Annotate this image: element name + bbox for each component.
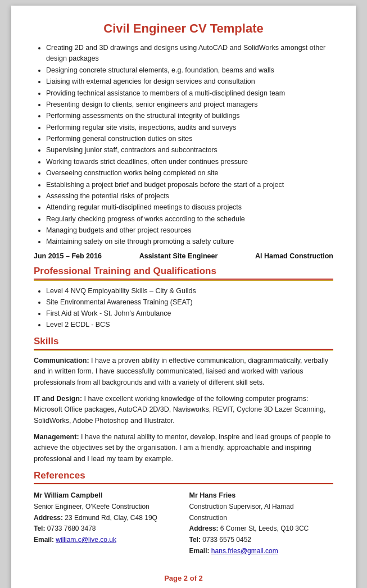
training-bullet: Level 2 ECDL - BCS [46, 319, 333, 330]
experience-bullet: Overseeing construction works being comp… [46, 168, 333, 179]
page-number: Page 2 of 2 [34, 574, 333, 582]
ref1-email-label: Email: [34, 536, 56, 544]
skills-section-header: Skills [34, 336, 333, 347]
experience-bullet: Performing general construction duties o… [46, 134, 333, 144]
skills-divider-bottom [34, 350, 333, 351]
experience-bullet: Performing assessments on the structural… [46, 111, 333, 121]
ref2-address-value: 6 Corner St, Leeds, Q10 3CC [220, 525, 309, 532]
reference-2: Mr Hans Fries Construction Supervisor, A… [189, 490, 334, 557]
reference-1: Mr William Campbell Senior Engineer, O'K… [34, 490, 178, 557]
experience-bullet: Supervising junior staff, contractors an… [46, 145, 333, 156]
skill-paragraph-0: Communication: I have a proven ability i… [34, 355, 333, 388]
page-title: Civil Engineer CV Template [34, 21, 333, 36]
skill-label-1: IT and Design: [34, 395, 82, 403]
training-section-header: Professional Training and Qualifications [34, 266, 333, 277]
skills-section: Communication: I have a proven ability i… [34, 355, 333, 464]
skill-label-0: Communication: [34, 357, 89, 364]
experience-bullet: Establishing a project brief and budget … [46, 180, 333, 190]
training-bullet: Site Environmental Awareness Training (S… [46, 297, 333, 308]
experience-bullet: Working towards strict deadlines, often … [46, 157, 333, 167]
ref2-name: Mr Hans Fries [189, 490, 334, 502]
references-divider-top [34, 483, 333, 484]
skills-divider-top [34, 349, 333, 350]
experience-bullet: Regularly checking progress of works acc… [46, 214, 333, 225]
ref1-address: Address: 23 Edmund Rd, Clay, C48 19Q [34, 513, 178, 524]
references-divider-bottom [34, 485, 333, 485]
skill-label-2: Management: [34, 433, 79, 441]
ref2-tel-label: Tel: [189, 536, 203, 544]
ref1-email-link[interactable]: william.c@live.co.uk [56, 536, 116, 544]
experience-bullet: Presenting design to clients, senior eng… [46, 99, 333, 110]
skill-paragraph-1: IT and Design: I have excellent working … [34, 394, 333, 426]
ref2-email: Email: hans.fries@gmail.com [189, 546, 334, 557]
references-section-header: References [34, 470, 333, 481]
experience-bullet: Creating 2D and 3D drawings and designs … [46, 43, 333, 65]
experience-bullet: Managing budgets and other project resou… [46, 225, 333, 236]
ref1-address-label: Address: [34, 514, 65, 522]
job-company: Al Hamad Construction [255, 252, 333, 260]
job-title: Assistant Site Engineer [139, 252, 218, 260]
cv-page: Civil Engineer CV Template Creating 2D a… [11, 6, 356, 588]
training-list: Level 4 NVQ Employability Skills – City … [34, 285, 333, 330]
job-date: Jun 2015 – Feb 2016 [34, 252, 102, 260]
experience-bullet: Maintaining safety on site through promo… [46, 236, 333, 247]
training-bullet: Level 4 NVQ Employability Skills – City … [46, 285, 333, 297]
job-info-line: Jun 2015 – Feb 2016 Assistant Site Engin… [34, 252, 333, 260]
references-section: Mr William Campbell Senior Engineer, O'K… [34, 490, 333, 557]
ref1-name: Mr William Campbell [34, 490, 178, 502]
ref2-email-label: Email: [189, 547, 211, 555]
ref1-email: Email: william.c@live.co.uk [34, 535, 178, 546]
experience-bullet: Providing technical assistance to member… [46, 88, 333, 99]
ref2-tel-value: 0733 6575 0452 [202, 536, 251, 544]
training-divider-top [34, 279, 333, 280]
ref1-title: Senior Engineer, O'Keefe Construction [34, 502, 178, 513]
experience-list: Creating 2D and 3D drawings and designs … [34, 43, 333, 248]
ref2-address-label: Address: [189, 525, 220, 532]
ref2-tel: Tel: 0733 6575 0452 [189, 535, 334, 546]
references-grid: Mr William Campbell Senior Engineer, O'K… [34, 490, 333, 557]
ref2-address: Address: 6 Corner St, Leeds, Q10 3CC [189, 523, 334, 535]
experience-bullet: Assessing the potential risks of project… [46, 191, 333, 202]
ref2-email-link[interactable]: hans.fries@gmail.com [211, 547, 278, 555]
experience-bullet: Performing regular site visits, inspecti… [46, 122, 333, 133]
ref1-tel-label: Tel: [34, 525, 47, 532]
experience-bullet: Attending regular multi-disciplined meet… [46, 202, 333, 213]
ref1-tel-value: 0733 7680 3478 [47, 525, 96, 532]
ref1-tel: Tel: 0733 7680 3478 [34, 523, 178, 535]
training-divider-bottom [34, 280, 333, 281]
experience-bullet: Designing concrete structural elements, … [46, 65, 333, 76]
ref2-title: Construction Supervisor, Al Hamad Constr… [189, 502, 334, 524]
ref1-address-value: 23 Edmund Rd, Clay, C48 19Q [65, 514, 157, 522]
experience-bullet: Liaising with external agencies for desi… [46, 76, 333, 87]
training-bullet: First Aid at Work - St. John's Ambulance [46, 308, 333, 319]
skill-paragraph-2: Management: I have the natural ability t… [34, 432, 333, 464]
